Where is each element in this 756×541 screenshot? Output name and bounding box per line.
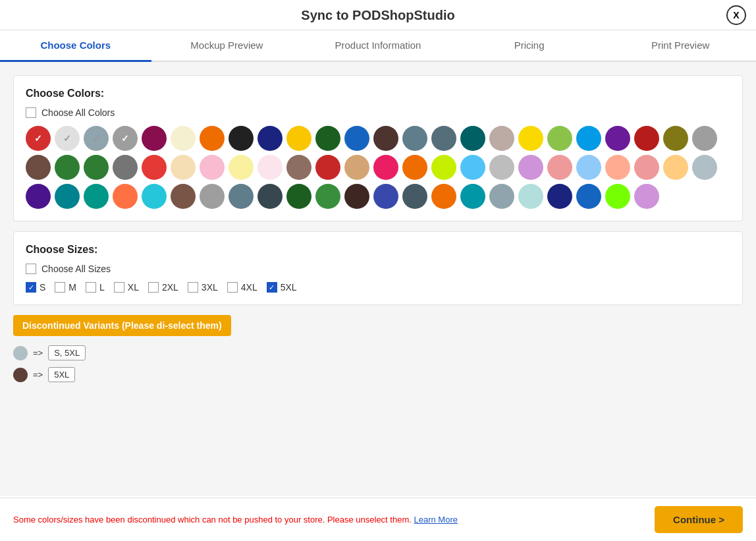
color-swatch[interactable]: [489, 184, 514, 209]
sizes-section: Choose Sizes: Choose All Sizes SMLXL2XL3…: [13, 231, 743, 305]
size-checkbox-4xl[interactable]: [227, 282, 238, 293]
color-swatch[interactable]: [460, 126, 485, 151]
color-swatch[interactable]: ✓: [84, 126, 109, 151]
tab-print-preview[interactable]: Print Preview: [605, 30, 756, 61]
color-swatch[interactable]: [547, 184, 572, 209]
size-checkbox-l[interactable]: [86, 282, 96, 293]
tab-pricing[interactable]: Pricing: [454, 30, 605, 61]
color-swatch[interactable]: [171, 126, 196, 151]
choose-all-sizes-checkbox[interactable]: [26, 264, 36, 274]
color-swatch[interactable]: [373, 155, 398, 180]
tab-choose-colors[interactable]: Choose Colors: [0, 30, 151, 62]
color-swatch[interactable]: [576, 155, 601, 180]
color-swatch[interactable]: [692, 126, 717, 151]
variant-arrow-icon: =>: [33, 370, 43, 380]
checkmark-icon: ✓: [63, 133, 71, 144]
color-swatch[interactable]: [518, 126, 543, 151]
color-swatch[interactable]: [518, 184, 543, 209]
color-swatch[interactable]: [605, 184, 630, 209]
color-swatch[interactable]: [171, 155, 196, 180]
color-swatch[interactable]: [576, 184, 601, 209]
color-swatch[interactable]: [229, 155, 254, 180]
color-swatch[interactable]: ✓: [113, 126, 138, 151]
color-swatch[interactable]: [634, 155, 659, 180]
color-swatch[interactable]: [402, 126, 427, 151]
color-swatch[interactable]: [315, 184, 340, 209]
color-swatch[interactable]: [200, 126, 225, 151]
choose-all-sizes-label: Choose All Sizes: [41, 264, 111, 274]
color-swatch[interactable]: [431, 184, 456, 209]
color-swatch[interactable]: [286, 126, 311, 151]
size-checkbox-m[interactable]: [55, 282, 65, 293]
sizes-grid: SMLXL2XL3XL4XL5XL: [26, 282, 730, 293]
variant-sizes-tag: 5XL: [48, 367, 75, 382]
color-swatch[interactable]: [26, 155, 51, 180]
color-swatch[interactable]: [84, 184, 109, 209]
color-swatch[interactable]: [692, 155, 717, 180]
tab-product-information[interactable]: Product Information: [302, 30, 454, 61]
color-swatch[interactable]: [460, 155, 485, 180]
color-swatch[interactable]: [142, 126, 167, 151]
color-swatch[interactable]: [605, 155, 630, 180]
color-swatch[interactable]: ✓: [55, 126, 80, 151]
color-swatch[interactable]: [402, 155, 427, 180]
color-swatch[interactable]: ✓: [26, 126, 51, 151]
size-item: L: [86, 282, 105, 293]
color-swatch[interactable]: [200, 184, 225, 209]
color-swatch[interactable]: [26, 184, 51, 209]
color-swatch[interactable]: [84, 155, 109, 180]
color-swatch[interactable]: [142, 155, 167, 180]
color-swatch[interactable]: [431, 126, 456, 151]
color-swatch[interactable]: [373, 126, 398, 151]
color-swatch[interactable]: [113, 184, 138, 209]
color-swatch[interactable]: [634, 126, 659, 151]
color-swatch[interactable]: [286, 155, 311, 180]
color-swatch[interactable]: [344, 126, 369, 151]
color-swatch[interactable]: [229, 126, 254, 151]
color-swatch[interactable]: [257, 126, 283, 151]
color-swatch[interactable]: [55, 155, 80, 180]
color-swatch[interactable]: [634, 184, 659, 209]
color-swatch[interactable]: [142, 184, 167, 209]
size-checkbox-2xl[interactable]: [148, 282, 159, 293]
color-swatch[interactable]: [171, 184, 196, 209]
color-swatch[interactable]: [286, 184, 311, 209]
close-button[interactable]: X: [726, 5, 746, 25]
size-item: 4XL: [227, 282, 257, 293]
sizes-section-title: Choose Sizes:: [26, 244, 730, 256]
tab-mockup-preview[interactable]: Mockup Preview: [151, 30, 303, 61]
color-swatch[interactable]: [229, 184, 254, 209]
color-swatch[interactable]: [489, 155, 514, 180]
color-swatch[interactable]: [402, 184, 427, 209]
color-swatch[interactable]: [315, 126, 340, 151]
color-swatch[interactable]: [547, 126, 572, 151]
color-swatch[interactable]: [663, 155, 688, 180]
color-swatch[interactable]: [518, 155, 543, 180]
color-swatch[interactable]: [55, 184, 80, 209]
color-swatch[interactable]: [460, 184, 485, 209]
color-swatch[interactable]: [344, 155, 369, 180]
color-swatch[interactable]: [431, 155, 456, 180]
size-checkbox-xl[interactable]: [114, 282, 124, 293]
color-swatch[interactable]: [257, 184, 283, 209]
color-swatch[interactable]: [576, 126, 601, 151]
size-checkbox-5xl[interactable]: [267, 282, 277, 293]
size-checkbox-3xl[interactable]: [188, 282, 198, 293]
color-swatch[interactable]: [200, 155, 225, 180]
color-swatch[interactable]: [373, 184, 398, 209]
variant-sizes-tag: S, 5XL: [48, 345, 86, 360]
size-item: M: [55, 282, 76, 293]
choose-all-colors-checkbox[interactable]: [26, 107, 36, 118]
continue-button[interactable]: Continue >: [655, 506, 743, 533]
color-swatch[interactable]: [113, 155, 138, 180]
color-swatch[interactable]: [605, 126, 630, 151]
size-checkbox-s[interactable]: [26, 282, 36, 293]
learn-more-link[interactable]: Learn More: [414, 515, 457, 525]
color-swatch[interactable]: [344, 184, 369, 209]
color-swatch[interactable]: [315, 155, 340, 180]
color-swatch[interactable]: [547, 155, 572, 180]
color-swatch[interactable]: [663, 126, 688, 151]
color-swatch[interactable]: [257, 155, 283, 180]
color-swatch[interactable]: [489, 126, 514, 151]
size-item: 3XL: [188, 282, 218, 293]
